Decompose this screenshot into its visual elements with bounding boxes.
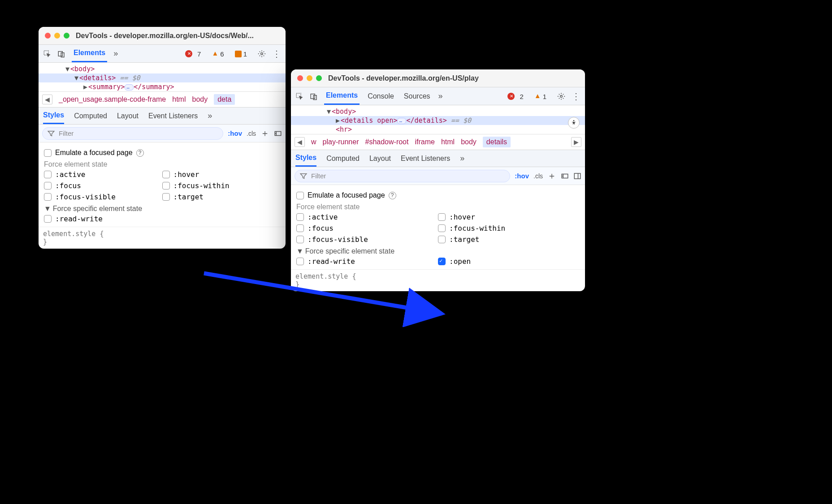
warning-badge[interactable]: 6 [212,49,228,57]
minimize-icon[interactable] [54,33,60,39]
tab-computed[interactable]: Computed [74,112,107,120]
tab-styles[interactable]: Styles [43,108,64,124]
tab-event-listeners[interactable]: Event Listeners [148,112,198,120]
breadcrumb-item[interactable]: play-runner [323,138,359,146]
settings-icon[interactable] [557,92,565,100]
new-style-rule-icon[interactable]: ＋ [547,170,556,182]
breadcrumb-item[interactable]: #shadow-root [365,138,409,146]
state-open[interactable]: :open [438,257,580,266]
close-icon[interactable] [45,33,51,39]
dom-tree[interactable]: ▼<body> ⋯ ▼<details> == $0 ▶<summary></s… [39,63,286,91]
hov-button[interactable]: :hov [228,129,242,137]
menu-icon[interactable]: ⋮ [572,91,581,102]
close-icon[interactable] [297,75,303,81]
breadcrumb-left-icon[interactable]: ◀ [295,137,305,147]
breadcrumb-item-selected[interactable]: deta [214,94,235,105]
titlebar[interactable]: DevTools - developer.mozilla.org/en-US/p… [291,69,585,87]
breadcrumb-item[interactable]: html [172,95,186,103]
help-icon[interactable]: ? [136,149,144,157]
zoom-icon[interactable] [316,75,322,81]
emulate-focus-checkbox[interactable] [44,149,52,157]
info-badge[interactable]: 1 [235,49,251,57]
breadcrumb-item[interactable]: body [461,138,477,146]
dom-selected-row[interactable]: ⋯ ▼<details> == $0 [39,73,286,82]
ellipsis-badge-icon[interactable] [125,84,134,90]
dom-summary-row[interactable]: ▶<summary></summary> [39,82,286,91]
open-checkbox-checked[interactable] [438,258,446,265]
help-icon[interactable]: ? [389,192,396,199]
zoom-icon[interactable] [64,33,69,39]
warning-badge[interactable]: 1 [534,92,551,100]
tab-computed[interactable]: Computed [326,155,360,163]
dom-selected-row[interactable]: ▶<details open></details> == $0 [291,116,585,125]
settings-icon[interactable] [258,49,266,58]
breadcrumb-item[interactable]: html [441,138,455,146]
tab-sources[interactable]: Sources [402,87,432,105]
more-subtabs-icon[interactable]: » [208,111,212,121]
state-focus[interactable]: :focus [296,224,438,233]
cls-button[interactable]: .cls [247,130,256,137]
breadcrumb-item[interactable]: body [192,95,208,103]
dom-hr-row[interactable]: <hr> [291,125,585,134]
element-style-block[interactable]: element.style { } [291,270,585,291]
dom-body-row[interactable]: ▼<body> [291,107,585,116]
inspect-icon[interactable] [295,92,303,100]
tab-layout[interactable]: Layout [117,112,139,120]
rendering-icon[interactable] [274,129,282,138]
emulate-focus-checkbox[interactable] [296,192,304,199]
state-focus-visible[interactable]: :focus-visible [296,235,438,244]
state-focus-visible[interactable]: :focus-visible [44,193,162,201]
rendering-icon[interactable] [561,172,569,180]
minimize-icon[interactable] [307,75,312,81]
force-specific-heading[interactable]: ▼Force specific element state [296,247,580,255]
cls-button[interactable]: .cls [533,172,543,180]
ellipsis-badge-icon[interactable] [397,118,406,124]
breadcrumb[interactable]: ◀ w play-runner #shadow-root iframe html… [291,134,585,150]
error-badge[interactable]: 2 [507,92,528,100]
state-read-write[interactable]: :read-write [44,215,280,223]
state-target[interactable]: :target [438,235,580,244]
state-active[interactable]: :active [296,213,438,221]
state-focus[interactable]: :focus [44,181,162,190]
breadcrumb-item[interactable]: iframe [415,138,434,146]
devtools-window-right: DevTools - developer.mozilla.org/en-US/p… [291,69,585,291]
hov-button[interactable]: :hov [515,172,529,180]
more-tabs-icon[interactable]: » [438,91,443,101]
more-subtabs-icon[interactable]: » [460,154,464,163]
error-badge[interactable]: 7 [185,49,205,57]
filter-input[interactable]: Filter [42,127,223,140]
device-toggle-icon[interactable] [310,92,318,100]
device-toggle-icon[interactable] [57,49,65,58]
state-read-write[interactable]: :read-write [296,257,438,266]
more-tabs-icon[interactable]: » [113,49,118,58]
tab-styles[interactable]: Styles [295,150,316,167]
state-hover[interactable]: :hover [162,170,281,179]
state-active[interactable]: :active [44,170,162,179]
new-style-rule-icon[interactable]: ＋ [260,127,269,139]
state-focus-within[interactable]: :focus-within [438,224,580,233]
tab-elements[interactable]: Elements [72,45,107,62]
tab-console[interactable]: Console [366,87,396,105]
element-style-block[interactable]: element.style { } [39,227,286,249]
tab-elements[interactable]: Elements [324,87,360,105]
inspect-icon[interactable] [43,49,51,58]
filter-input[interactable]: Filter [295,170,510,182]
menu-icon[interactable]: ⋮ [272,48,281,59]
titlebar[interactable]: DevTools - developer.mozilla.org/en-US/d… [39,27,286,45]
breadcrumb-right-icon[interactable]: ▶ [571,137,581,147]
tab-layout[interactable]: Layout [369,155,391,163]
breadcrumb[interactable]: ◀ _open_usage.sample-code-frame html bod… [39,91,286,108]
breadcrumb-item[interactable]: w [311,138,316,146]
state-hover[interactable]: :hover [438,213,580,221]
tab-event-listeners[interactable]: Event Listeners [401,155,450,163]
computed-panel-icon[interactable] [573,172,581,180]
dom-tree[interactable]: ▼<body> ▶<details open></details> == $0 … [291,105,585,134]
breadcrumb-left-icon[interactable]: ◀ [42,95,52,104]
force-specific-heading[interactable]: ▼Force specific element state [44,205,280,213]
dom-body-tag[interactable]: <body> [70,65,95,73]
accessibility-icon[interactable] [568,117,580,129]
state-focus-within[interactable]: :focus-within [162,181,281,190]
breadcrumb-item-selected[interactable]: details [483,137,511,147]
breadcrumb-item[interactable]: _open_usage.sample-code-frame [59,95,166,103]
state-target[interactable]: :target [162,193,281,201]
